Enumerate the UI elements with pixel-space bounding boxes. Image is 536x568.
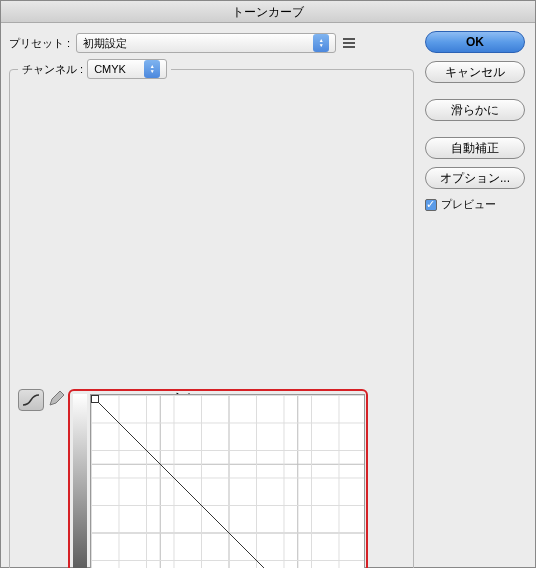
- channel-label: チャンネル :: [22, 62, 83, 77]
- curve-fieldset: チャンネル : CMYK ▲▼: [9, 59, 414, 568]
- dropdown-arrows-icon: ▲▼: [144, 60, 160, 78]
- curve-tool-button[interactable]: [18, 389, 44, 411]
- ok-button[interactable]: OK: [425, 31, 525, 53]
- preset-menu-icon[interactable]: [340, 34, 358, 52]
- preset-value: 初期設定: [83, 36, 127, 51]
- preview-checkbox[interactable]: [425, 199, 437, 211]
- svg-line-3: [91, 395, 364, 568]
- window-title: トーンカーブ: [1, 1, 535, 23]
- svg-rect-1: [343, 42, 355, 44]
- output-gradient-bar: [73, 394, 87, 568]
- tone-curve-dialog: トーンカーブ プリセット : 初期設定 ▲▼ チャンネル : CMYK ▲▼: [0, 0, 536, 568]
- dropdown-arrows-icon: ▲▼: [313, 34, 329, 52]
- curve-point-white[interactable]: [91, 395, 99, 403]
- pencil-tool-icon[interactable]: [48, 391, 66, 409]
- preset-select[interactable]: 初期設定 ▲▼: [76, 33, 336, 53]
- cancel-button[interactable]: キャンセル: [425, 61, 525, 83]
- auto-button[interactable]: 自動補正: [425, 137, 525, 159]
- channel-select[interactable]: CMYK ▲▼: [87, 59, 167, 79]
- preset-label: プリセット :: [9, 36, 70, 51]
- preview-label: プレビュー: [441, 197, 496, 212]
- curve-highlight-box: [68, 389, 368, 568]
- curve-grid[interactable]: [90, 394, 365, 568]
- svg-rect-0: [343, 38, 355, 40]
- options-button[interactable]: オプション...: [425, 167, 525, 189]
- channel-value: CMYK: [94, 63, 126, 75]
- svg-rect-2: [343, 46, 355, 48]
- smooth-button[interactable]: 滑らかに: [425, 99, 525, 121]
